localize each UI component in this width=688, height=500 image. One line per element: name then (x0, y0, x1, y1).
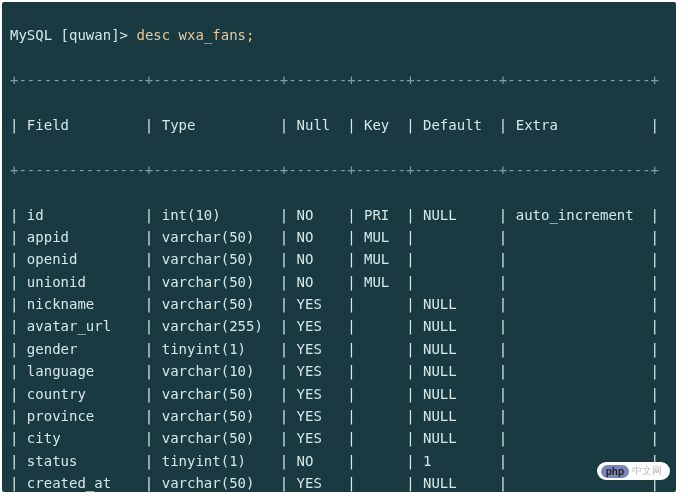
header-row: | Field | Type | Null | Key | Default | … (10, 114, 668, 136)
table-row: | gender | tinyint(1) | YES | | NULL | | (10, 338, 668, 360)
separator-mid: +---------------+---------------+-------… (10, 159, 668, 181)
mysql-prompt: MySQL [quwan]> (10, 27, 128, 43)
php-logo-icon: php (601, 465, 629, 478)
table-row: | country | varchar(50) | YES | | NULL |… (10, 383, 668, 405)
separator-top: +---------------+---------------+-------… (10, 69, 668, 91)
table-row: | language | varchar(10) | YES | | NULL … (10, 360, 668, 382)
table-row: | province | varchar(50) | YES | | NULL … (10, 405, 668, 427)
table-row: | created_at | varchar(50) | YES | | NUL… (10, 472, 668, 492)
table-row: | avatar_url | varchar(255) | YES | | NU… (10, 315, 668, 337)
terminal-window[interactable]: MySQL [quwan]> desc wxa_fans; +---------… (2, 2, 676, 492)
watermark-badge: php 中文网 (597, 462, 670, 480)
table-row: | city | varchar(50) | YES | | NULL | | (10, 427, 668, 449)
table-row: | nickname | varchar(50) | YES | | NULL … (10, 293, 668, 315)
table-row: | status | tinyint(1) | NO | | 1 | | (10, 450, 668, 472)
watermark-text: 中文网 (632, 464, 662, 478)
table-row: | unionid | varchar(50) | NO | MUL | | | (10, 271, 668, 293)
data-rows-container: | id | int(10) | NO | PRI | NULL | auto_… (10, 204, 668, 492)
table-row: | appid | varchar(50) | NO | MUL | | | (10, 226, 668, 248)
command-text: desc wxa_fans; (136, 27, 254, 43)
table-row: | id | int(10) | NO | PRI | NULL | auto_… (10, 204, 668, 226)
prompt-line: MySQL [quwan]> desc wxa_fans; (10, 24, 668, 46)
table-row: | openid | varchar(50) | NO | MUL | | | (10, 248, 668, 270)
